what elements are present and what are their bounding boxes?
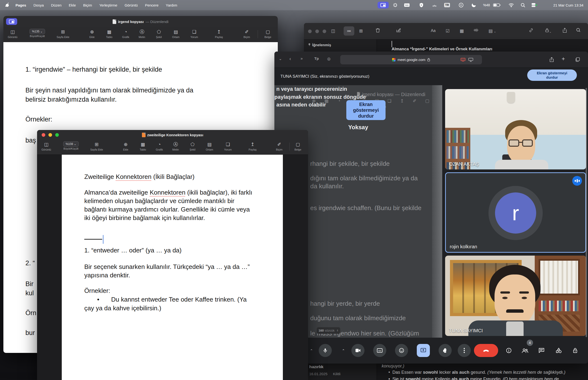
- shield-icon[interactable]: [416, 0, 426, 10]
- reader-eye-icon[interactable]: ◎: [327, 57, 331, 61]
- toolbar-shape-button[interactable]: ⬠Şekil: [156, 29, 162, 38]
- minimize-icon[interactable]: [48, 133, 52, 137]
- toolbar-table-button[interactable]: ▦Tablo: [106, 29, 112, 38]
- people-button[interactable]: [520, 346, 530, 355]
- share-icon[interactable]: [563, 28, 567, 34]
- toolbar-chart-button[interactable]: ◔Grafik: [122, 29, 129, 38]
- lock-icon[interactable]: ⌄: [545, 28, 551, 34]
- camera-options-chevron[interactable]: ⌃: [342, 348, 345, 353]
- play-circle-icon[interactable]: [456, 0, 466, 10]
- toolbar-format-button[interactable]: ✐Biçim: [244, 29, 250, 38]
- checklist-icon[interactable]: ☑: [446, 28, 450, 34]
- word-count-pill[interactable]: 160sözcük⇕: [317, 327, 340, 334]
- chatgpt-menu-icon[interactable]: [391, 0, 400, 10]
- video-tile-tuna[interactable]: TUNA SAYIMCI: [445, 256, 586, 336]
- toolbar-comment-button[interactable]: ❏Yorum: [190, 29, 198, 38]
- toolbar-add-page-button[interactable]: ⊞Sayfa Ekle: [90, 141, 103, 151]
- reactions-button[interactable]: [395, 344, 408, 357]
- toolbar-chart-button[interactable]: ◔Grafik: [156, 141, 163, 151]
- note-title[interactable]: Almanca “İrgend-” Kelimeleri ve Örnek Ku…: [392, 47, 492, 52]
- close-icon[interactable]: [308, 30, 312, 33]
- toolbar-overflow-chevron-icon[interactable]: ⌄: [279, 57, 282, 61]
- toolbar-zoom-control[interactable]: %135 ⌄Büyüt/Küçült: [30, 29, 45, 38]
- forward-doubled-icon[interactable]: »: [300, 57, 302, 61]
- captions-button[interactable]: CC: [373, 344, 386, 357]
- close-icon[interactable]: [42, 133, 45, 137]
- menu-ekle[interactable]: Ekle: [69, 3, 76, 7]
- media-insert-icon[interactable]: ▤ ⌄: [489, 28, 496, 34]
- apple-menu[interactable]: [5, 3, 9, 8]
- link-icon[interactable]: [529, 28, 533, 34]
- toolbar-view-button[interactable]: ◫Görüntü: [8, 29, 18, 38]
- host-controls-button[interactable]: [570, 346, 580, 355]
- notes-list-item[interactable]: hazırlık 16.01.2025 Kilitli: [304, 363, 377, 380]
- browser-share-icon[interactable]: [547, 55, 556, 64]
- compose-note-icon[interactable]: [396, 28, 401, 34]
- sparkle-dots-icon[interactable]: [430, 0, 439, 10]
- minimize-icon[interactable]: [315, 30, 319, 33]
- toolbar-document-button[interactable]: ▢Belge: [294, 141, 301, 151]
- table-icon[interactable]: ▦: [460, 28, 464, 34]
- text-format-icon[interactable]: Aa: [431, 29, 436, 33]
- meeting-details-button[interactable]: [504, 346, 514, 355]
- menu-app-name[interactable]: Pages: [16, 3, 26, 7]
- zoom-level-pill[interactable]: %135 ⌄: [30, 29, 45, 34]
- preview-stop-presenting-button[interactable]: Ekrangöstermeyidurdur: [346, 100, 386, 120]
- video-tile-ozan[interactable]: OZAN AKTAŞ: [445, 89, 586, 170]
- toolbar-add-page-button[interactable]: ⊞Sayfa Ekle: [57, 29, 70, 38]
- toolbar-comment-button[interactable]: ❏Yorum: [224, 141, 232, 151]
- camera-button[interactable]: [352, 344, 364, 357]
- mic-button[interactable]: [319, 344, 332, 357]
- zoom-icon[interactable]: [55, 133, 59, 137]
- activities-button[interactable]: [554, 346, 564, 355]
- stop-presenting-button[interactable]: Ekran göstermeyidurdur: [527, 70, 577, 81]
- zoom-icon[interactable]: [323, 30, 326, 33]
- url-bar[interactable]: meet.google.com: [340, 55, 482, 64]
- notes-list-view-icon[interactable]: ≔: [344, 26, 354, 36]
- toolbar-text-button[interactable]: ⒶMetin: [139, 29, 145, 38]
- spotlight-search-icon[interactable]: [518, 0, 528, 10]
- mic-options-chevron[interactable]: ⌃: [310, 348, 313, 353]
- video-tile-rojin[interactable]: r rojin kolkıran: [445, 172, 586, 253]
- menu-pencere[interactable]: Pencere: [145, 3, 159, 7]
- toolbar-format-button[interactable]: ✐Biçim: [276, 141, 283, 151]
- toolbar-zoom-control[interactable]: %108 ⌄Büyüt/Küçült: [63, 141, 79, 150]
- menu-duzen[interactable]: Düzen: [51, 3, 61, 7]
- search-icon[interactable]: [576, 28, 581, 34]
- toolbar-insert-button[interactable]: ⊕Ekle: [123, 141, 128, 151]
- notes-body-visible[interactable]: konuşuyor.) • Das Essen war sowohl lecke…: [377, 363, 588, 380]
- menu-yerlestirme[interactable]: Yerleştirme: [99, 3, 117, 7]
- raise-hand-button[interactable]: [439, 344, 452, 357]
- chat-button[interactable]: [537, 346, 546, 355]
- dismiss-button[interactable]: Yoksay: [348, 124, 368, 131]
- zoom-level-pill[interactable]: %108 ⌄: [63, 141, 79, 147]
- menu-bicim[interactable]: Biçim: [83, 3, 92, 7]
- toolbar-media-button[interactable]: ▤Ortam: [206, 141, 213, 151]
- toolbar-document-button[interactable]: ▢Belge: [264, 29, 271, 38]
- more-options-button[interactable]: [458, 344, 471, 357]
- toolbar-text-button[interactable]: ⒶMetin: [173, 141, 179, 151]
- toolbar-insert-button[interactable]: ⊕Ekle: [89, 29, 95, 38]
- menu-yardim[interactable]: Yardım: [166, 3, 177, 7]
- toolbar-shape-button[interactable]: ⬠Şekil: [190, 141, 196, 151]
- back-window-titlebar[interactable]: irgend kopyası — Düzenlendi: [3, 16, 278, 27]
- menu-clock[interactable]: 21 Mar Cum 13:34: [542, 0, 587, 10]
- extension-badge[interactable]: Tp: [314, 57, 319, 60]
- fast-user-switch-icon[interactable]: [529, 0, 540, 10]
- wifi-icon[interactable]: [506, 0, 516, 10]
- new-tab-icon[interactable]: +: [562, 56, 565, 62]
- toolbar-share-button[interactable]: ↥Paylaş: [249, 141, 256, 151]
- front-window-titlebar[interactable]: zweiteilige Konnektoren kopyası: [37, 130, 308, 140]
- toolbar-view-button[interactable]: ◫Görüntü: [41, 141, 51, 151]
- front-document-page[interactable]: Zweiteilige Konnektoren (İkili Bağlaçlar…: [62, 155, 283, 380]
- end-call-button[interactable]: [474, 344, 498, 357]
- notes-sidebar-toggle-icon[interactable]: ◫: [331, 28, 335, 34]
- back-icon[interactable]: ‹: [289, 56, 291, 61]
- trash-icon[interactable]: [376, 28, 380, 34]
- keyboard-icon[interactable]: [402, 0, 412, 10]
- scrollbar[interactable]: [586, 88, 587, 337]
- screen-sharing-status[interactable]: [376, 0, 390, 10]
- audio-record-icon[interactable]: [473, 28, 478, 34]
- window-shared-indicator[interactable]: [6, 18, 17, 25]
- menu-goruntu[interactable]: Görüntü: [124, 3, 137, 7]
